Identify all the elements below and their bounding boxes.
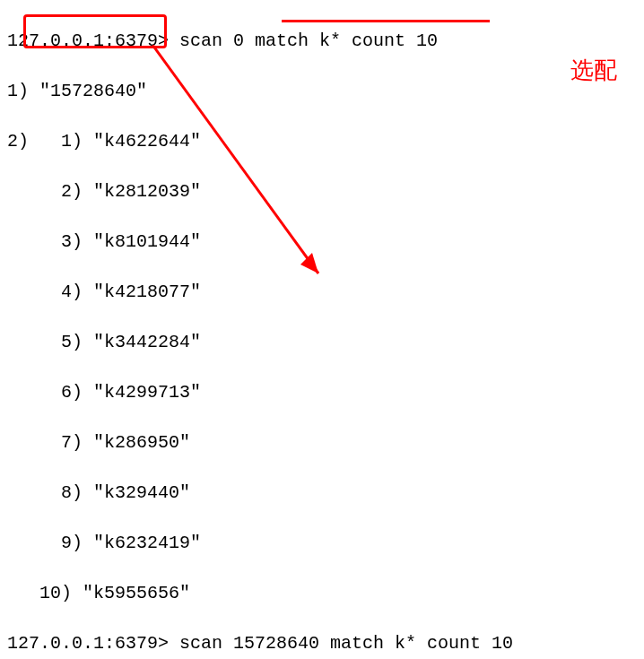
list-item: 2) 1) "k4622644" <box>7 129 637 154</box>
result-cursor-1: 1) "15728640" <box>7 79 637 104</box>
prompt: 127.0.0.1:6379> <box>7 633 179 654</box>
list-item: 10) "k5955656" <box>7 581 637 606</box>
list-item: 2) "k2812039" <box>7 179 637 204</box>
list-item: 3) "k8101944" <box>7 230 637 255</box>
command-line-1: 127.0.0.1:6379> scan 0 match k* count 10 <box>7 29 637 54</box>
list-item: 7) "k286950" <box>7 430 637 455</box>
terminal-output: 127.0.0.1:6379> scan 0 match k* count 10… <box>7 4 637 659</box>
annotation-label: 选配 <box>570 54 617 86</box>
list-item: 4) "k4218077" <box>7 280 637 305</box>
list-item: 8) "k329440" <box>7 481 637 506</box>
prompt: 127.0.0.1:6379> <box>7 30 179 51</box>
command-text: scan 0 match k* count 10 <box>179 30 438 51</box>
list-item: 9) "k6232419" <box>7 531 637 556</box>
command-line-2: 127.0.0.1:6379> scan 15728640 match k* c… <box>7 631 637 656</box>
list-item: 5) "k3442284" <box>7 330 637 355</box>
command-text: scan 15728640 match k* count 10 <box>179 633 513 654</box>
list-item: 6) "k4299713" <box>7 380 637 405</box>
